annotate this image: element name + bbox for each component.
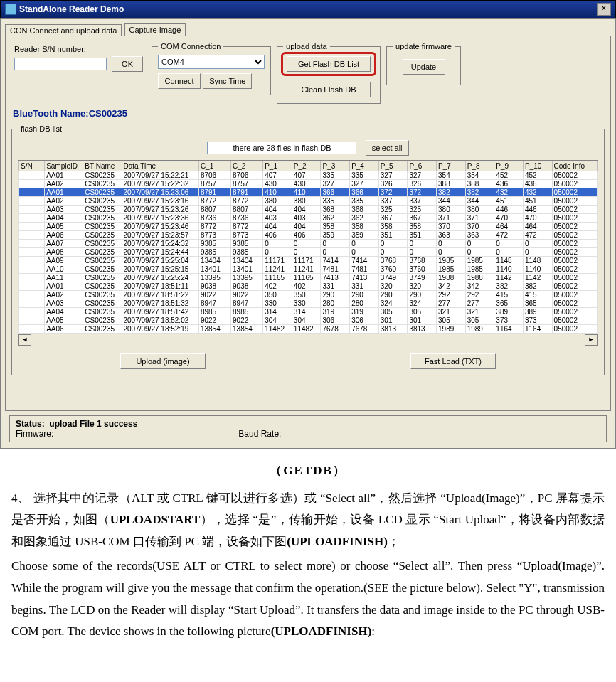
table-cell: 2007/09/27 15:22:32 [122,180,198,188]
table-header[interactable]: P_2 [292,161,321,171]
table-cell: 415 [523,291,552,299]
table-header[interactable]: C_2 [231,161,263,171]
table-header[interactable]: P_4 [350,161,379,171]
table-header[interactable]: S/N [19,161,45,171]
clean-flash-db-button[interactable]: Clean Flash DB [287,82,371,97]
table-cell: AA02 [45,180,83,188]
table-cell: 050002 [552,257,597,265]
table-header[interactable]: P_9 [494,161,524,171]
table-cell: 2007/09/27 15:24:32 [122,240,198,248]
reader-sn-label: Reader S/N number: [14,45,143,53]
table-cell: 1142 [523,274,552,282]
table-header[interactable]: P_10 [523,161,552,171]
table-cell: 335 [350,197,379,206]
table-cell: 415 [494,291,524,299]
table-cell: 2007/09/27 15:23:06 [122,188,198,197]
table-row[interactable]: AA01CS002352007/09/27 18:51:119038903840… [19,282,598,291]
table-header[interactable]: SampleID [45,161,83,171]
table-cell: 382 [523,282,552,291]
table-cell: 1142 [494,274,524,282]
connect-button[interactable]: Connect [158,73,201,89]
update-button[interactable]: Update [403,59,445,75]
table-cell: 8807 [231,206,263,214]
table-cell: 1140 [523,265,552,274]
table-row[interactable]: AA05CS002352007/09/27 15:23:468772877240… [19,223,598,231]
table-cell: 9022 [231,291,263,299]
table-row[interactable]: AA02CS002352007/09/27 15:23:168772877238… [19,197,598,206]
com-port-select[interactable]: COM4 [158,55,265,69]
com-connection-group: COM Connection COM4 Connect Sync Time [152,42,271,95]
flash-db-table[interactable]: S/NSampleIDBT NameData TimeC_1C_2P_1P_2P… [18,161,598,334]
table-cell: 2007/09/27 15:25:24 [122,274,198,282]
table-cell: 380 [465,206,494,214]
tab-capture-image[interactable]: Capture Image [124,23,186,36]
fast-load-txt-button[interactable]: Fast Load (TXT) [410,353,496,369]
table-cell: AA02 [45,291,83,299]
table-header[interactable]: P_3 [321,161,350,171]
ok-button[interactable]: OK [112,56,143,72]
table-header[interactable]: Code Info [552,161,597,171]
table-row[interactable]: AA11CS002352007/09/27 15:25:241339513395… [19,274,598,282]
table-row[interactable]: AA07CS002352007/09/27 15:24:329385938500… [19,240,598,248]
horizontal-scrollbar[interactable]: ◄ ► [18,334,598,346]
table-header[interactable]: C_1 [198,161,230,171]
table-cell: 320 [378,282,408,291]
table-row[interactable]: AA04CS002352007/09/27 18:51:428985898531… [19,308,598,316]
table-cell: 320 [408,282,437,291]
table-cell: 3768 [378,257,408,265]
table-cell: CS00235 [83,248,122,257]
table-cell: 368 [321,206,350,214]
table-cell: 432 [523,188,552,197]
table-cell: 0 [465,248,494,257]
table-cell: 13404 [198,257,230,265]
tab-connect-upload[interactable]: CON Connect and upload data [5,24,122,36]
table-cell: 324 [408,299,437,308]
table-cell: 2007/09/27 18:51:11 [122,282,198,291]
select-all-button[interactable]: select all [366,140,409,156]
sync-time-button[interactable]: Sync Time [203,73,252,89]
table-cell: 8947 [231,299,263,308]
table-row[interactable]: AA10CS002352007/09/27 15:25:151340113401… [19,265,598,274]
table-row[interactable]: AA08CS002352007/09/27 15:24:449385938500… [19,248,598,257]
table-header[interactable]: P_5 [378,161,408,171]
upload-image-button[interactable]: Upload (image) [120,353,206,369]
get-flash-db-list-button[interactable]: Get Flash DB List [287,56,371,72]
table-row[interactable]: AA09CS002352007/09/27 15:25:041340413404… [19,257,598,265]
table-cell: 331 [321,282,350,291]
table-cell: AA08 [45,248,83,257]
table-row[interactable]: AA06CS002352007/09/27 18:52:191385413854… [19,325,598,334]
table-cell: 404 [292,223,321,231]
table-cell: 350 [292,291,321,299]
table-cell: 365 [523,299,552,308]
table-row[interactable]: AA04CS002352007/09/27 15:23:368736873640… [19,214,598,223]
table-header[interactable]: Data Time [122,161,198,171]
table-cell: CS00235 [83,316,122,325]
table-row[interactable]: AA01CS002352007/09/27 15:23:068791879141… [19,188,598,197]
table-cell: 407 [292,171,321,180]
close-icon[interactable]: × [597,3,611,16]
table-cell: 351 [378,231,408,240]
table-row[interactable]: AA02CS002352007/09/27 18:51:229022902235… [19,291,598,299]
reader-sn-input[interactable] [14,58,107,70]
table-row[interactable]: AA01CS002352007/09/27 15:22:218706870640… [19,171,598,180]
table-cell: 2007/09/27 15:22:21 [122,171,198,180]
table-header[interactable]: BT Name [83,161,122,171]
table-cell: AA10 [45,265,83,274]
table-cell: 9385 [231,240,263,248]
scroll-left-icon[interactable]: ◄ [18,334,31,346]
table-row[interactable]: AA05CS002352007/09/27 18:52:029022902230… [19,316,598,325]
table-row[interactable]: AA02CS002352007/09/27 15:22:328757875743… [19,180,598,188]
table-row[interactable]: AA06CS002352007/09/27 15:23:578773877340… [19,231,598,240]
table-header[interactable]: P_8 [465,161,494,171]
table-cell: 1989 [437,325,466,334]
firmware-label: Firmware: [16,429,53,439]
table-header[interactable]: P_1 [263,161,292,171]
table-cell: 370 [437,223,466,231]
scroll-right-icon[interactable]: ► [585,334,598,346]
table-row[interactable]: AA03CS002352007/09/27 15:23:268807880740… [19,206,598,214]
table-header[interactable]: P_7 [437,161,466,171]
table-cell: 3813 [378,325,408,334]
table-header[interactable]: P_6 [408,161,437,171]
table-row[interactable]: AA03CS002352007/09/27 18:51:328947894733… [19,299,598,308]
table-cell: 290 [321,291,350,299]
